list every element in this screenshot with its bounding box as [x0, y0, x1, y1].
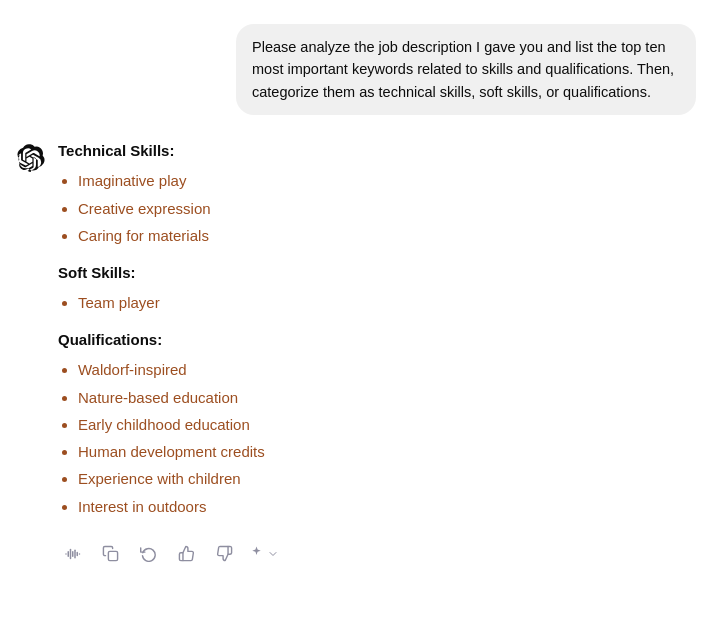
audio-icon	[63, 545, 81, 563]
user-message-text: Please analyze the job description I gav…	[252, 39, 674, 100]
user-bubble: Please analyze the job description I gav…	[236, 24, 696, 115]
thumbs-down-icon	[216, 545, 233, 562]
list-item: Early childhood education	[78, 413, 696, 436]
refresh-icon	[140, 545, 157, 562]
technical-skills-heading: Technical Skills:	[58, 139, 696, 163]
thumbs-up-button[interactable]	[172, 540, 200, 568]
list-item: Experience with children	[78, 467, 696, 490]
sparkle-icon	[248, 545, 265, 562]
qualifications-heading: Qualifications:	[58, 328, 696, 352]
list-item: Interest in outdoors	[78, 495, 696, 518]
thumbs-down-button[interactable]	[210, 540, 238, 568]
list-item: Caring for materials	[78, 224, 696, 247]
list-item: Waldorf-inspired	[78, 358, 696, 381]
copy-button[interactable]	[96, 540, 124, 568]
thumbs-up-icon	[178, 545, 195, 562]
action-bar	[0, 530, 720, 580]
assistant-avatar	[16, 143, 46, 173]
chevron-down-icon	[267, 548, 279, 560]
assistant-message-row: Technical Skills: Imaginative play Creat…	[0, 131, 720, 530]
user-message-row: Please analyze the job description I gav…	[0, 16, 720, 131]
assistant-content: Technical Skills: Imaginative play Creat…	[58, 139, 696, 522]
soft-skills-heading: Soft Skills:	[58, 261, 696, 285]
technical-skills-list: Imaginative play Creative expression Car…	[58, 169, 696, 247]
more-button[interactable]	[248, 540, 279, 568]
list-item: Imaginative play	[78, 169, 696, 192]
gpt-logo-icon	[17, 144, 45, 172]
list-item: Nature-based education	[78, 386, 696, 409]
qualifications-list: Waldorf-inspired Nature-based education …	[58, 358, 696, 518]
audio-button[interactable]	[58, 540, 86, 568]
regenerate-button[interactable]	[134, 540, 162, 568]
svg-rect-7	[108, 552, 117, 561]
list-item: Team player	[78, 291, 696, 314]
soft-skills-list: Team player	[58, 291, 696, 314]
list-item: Human development credits	[78, 440, 696, 463]
list-item: Creative expression	[78, 197, 696, 220]
copy-icon	[102, 545, 119, 562]
